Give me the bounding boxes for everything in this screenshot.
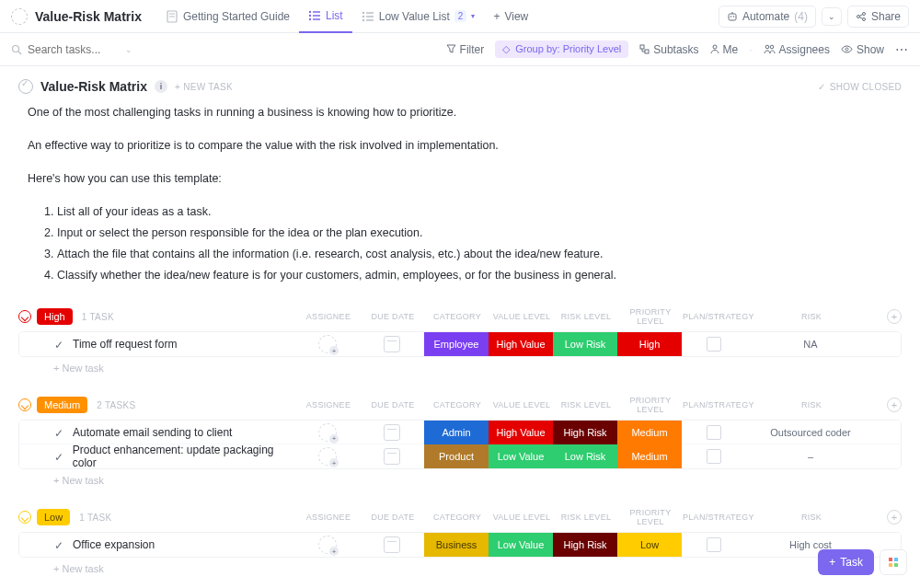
risk-level-cell[interactable]: Low Risk: [553, 332, 617, 356]
risk-level-cell[interactable]: High Risk: [553, 421, 617, 444]
assignee-cell[interactable]: [295, 444, 360, 468]
filter-button[interactable]: Filter: [446, 43, 485, 56]
new-task-inline[interactable]: + New task: [18, 357, 902, 374]
col-due-date[interactable]: DUE DATE: [361, 400, 425, 409]
me-button[interactable]: Me: [710, 43, 739, 56]
priority-level-cell[interactable]: Medium: [617, 421, 682, 444]
add-view-button[interactable]: + View: [484, 0, 537, 33]
list-status-icon[interactable]: [18, 79, 33, 94]
automate-dropdown[interactable]: ⌄: [822, 7, 842, 26]
priority-level-cell[interactable]: Low: [617, 533, 682, 557]
col-risk[interactable]: RISK: [747, 400, 876, 409]
apps-button[interactable]: [880, 549, 907, 575]
tab-list[interactable]: List: [299, 0, 352, 33]
plan-strategy-cell[interactable]: [682, 332, 746, 356]
col-plan-strategy[interactable]: PLAN/STRATEGY: [683, 513, 747, 522]
checkmark-icon[interactable]: ✓: [54, 427, 65, 438]
info-icon[interactable]: i: [155, 80, 167, 93]
value-level-cell[interactable]: Low Value: [489, 444, 553, 468]
col-risk-level[interactable]: RISK LEVEL: [554, 400, 618, 409]
task-name-cell[interactable]: ✓ Product enhancement: update packaging …: [19, 444, 295, 469]
collapse-toggle[interactable]: [18, 398, 31, 411]
groupby-pill[interactable]: ◇ Group by: Priority Level: [495, 40, 628, 58]
col-category[interactable]: CATEGORY: [425, 312, 489, 321]
col-priority-level[interactable]: PRIORITY LEVEL: [618, 307, 683, 326]
more-menu[interactable]: ⋯: [895, 42, 909, 57]
tab-getting-started[interactable]: Getting Started Guide: [156, 0, 299, 33]
new-task-inline[interactable]: + New task: [18, 469, 902, 486]
col-plan-strategy[interactable]: PLAN/STRATEGY: [683, 400, 747, 409]
col-due-date[interactable]: DUE DATE: [361, 513, 425, 522]
due-date-cell[interactable]: [360, 444, 424, 468]
show-button[interactable]: Show: [841, 43, 884, 56]
col-category[interactable]: CATEGORY: [425, 400, 489, 409]
assignee-cell[interactable]: [295, 533, 360, 557]
col-risk-level[interactable]: RISK LEVEL: [554, 312, 618, 321]
task-name-cell[interactable]: ✓ Office expansion: [19, 538, 295, 551]
col-plan-strategy[interactable]: PLAN/STRATEGY: [683, 312, 747, 321]
task-name-cell[interactable]: ✓ Automate email sending to client: [19, 426, 295, 439]
due-date-cell[interactable]: [360, 533, 424, 557]
show-closed-toggle[interactable]: ✓ SHOW CLOSED: [818, 82, 902, 92]
assignee-cell[interactable]: [295, 332, 360, 356]
value-level-cell[interactable]: High Value: [489, 421, 553, 444]
priority-pill[interactable]: Medium: [37, 397, 87, 413]
col-priority-level[interactable]: PRIORITY LEVEL: [618, 396, 683, 414]
col-risk[interactable]: RISK: [747, 312, 876, 321]
col-value-level[interactable]: VALUE LEVEL: [489, 400, 554, 409]
col-priority-level[interactable]: PRIORITY LEVEL: [618, 508, 683, 526]
priority-pill[interactable]: High: [37, 308, 73, 325]
collapse-toggle[interactable]: [18, 511, 31, 524]
category-cell[interactable]: Business: [424, 533, 489, 557]
task-row[interactable]: ✓ Time off request form Employee High Va…: [19, 332, 901, 356]
assignees-button[interactable]: Assignees: [764, 43, 830, 56]
chevron-down-icon[interactable]: ⌄: [125, 45, 132, 54]
col-due-date[interactable]: DUE DATE: [361, 312, 425, 321]
col-risk-level[interactable]: RISK LEVEL: [554, 513, 618, 522]
plan-strategy-cell[interactable]: [682, 533, 746, 557]
category-cell[interactable]: Employee: [424, 332, 489, 356]
priority-level-cell[interactable]: Medium: [617, 444, 682, 468]
risk-cell[interactable]: Outsourced coder: [746, 421, 875, 444]
task-name-cell[interactable]: ✓ Time off request form: [19, 338, 295, 351]
plan-strategy-cell[interactable]: [682, 421, 746, 444]
col-assignee[interactable]: ASSIGNEE: [296, 513, 361, 522]
col-assignee[interactable]: ASSIGNEE: [296, 400, 361, 409]
col-category[interactable]: CATEGORY: [425, 513, 489, 522]
checkmark-icon[interactable]: ✓: [54, 451, 65, 462]
tab-low-value-list[interactable]: Low Value List 2 ▾: [352, 0, 485, 33]
category-cell[interactable]: Product: [424, 444, 489, 468]
category-cell[interactable]: Admin: [424, 421, 489, 444]
priority-level-cell[interactable]: High: [617, 332, 682, 356]
task-row[interactable]: ✓ Automate email sending to client Admin…: [19, 421, 901, 444]
risk-level-cell[interactable]: Low Risk: [553, 444, 617, 468]
automate-button[interactable]: Automate (4): [719, 6, 816, 28]
risk-cell[interactable]: –: [746, 444, 875, 468]
task-row[interactable]: ✓ Product enhancement: update packaging …: [19, 444, 901, 468]
share-button[interactable]: Share: [847, 6, 909, 28]
checkmark-icon[interactable]: ✓: [54, 539, 65, 550]
due-date-cell[interactable]: [360, 332, 424, 356]
priority-pill[interactable]: Low: [37, 509, 70, 525]
add-column-button[interactable]: +: [887, 398, 902, 412]
add-column-button[interactable]: +: [887, 309, 902, 324]
col-assignee[interactable]: ASSIGNEE: [296, 312, 361, 321]
new-task-inline[interactable]: + New task: [18, 558, 902, 574]
add-column-button[interactable]: +: [887, 510, 902, 525]
task-row[interactable]: ✓ Office expansion Business Low Value Hi…: [19, 533, 901, 557]
due-date-cell[interactable]: [360, 421, 424, 444]
col-risk[interactable]: RISK: [747, 513, 876, 522]
value-level-cell[interactable]: Low Value: [489, 533, 553, 557]
search-box[interactable]: ⌄: [11, 43, 140, 56]
assignee-cell[interactable]: [295, 421, 360, 444]
col-value-level[interactable]: VALUE LEVEL: [489, 513, 554, 522]
plan-strategy-cell[interactable]: [682, 444, 746, 468]
subtasks-button[interactable]: Subtasks: [639, 43, 698, 56]
new-task-floating-button[interactable]: + Task: [818, 549, 874, 575]
search-input[interactable]: [28, 43, 120, 56]
new-task-button[interactable]: + NEW TASK: [175, 82, 233, 92]
checkmark-icon[interactable]: ✓: [54, 339, 65, 350]
value-level-cell[interactable]: High Value: [489, 332, 553, 356]
risk-level-cell[interactable]: High Risk: [553, 533, 617, 557]
risk-cell[interactable]: NA: [746, 332, 875, 356]
